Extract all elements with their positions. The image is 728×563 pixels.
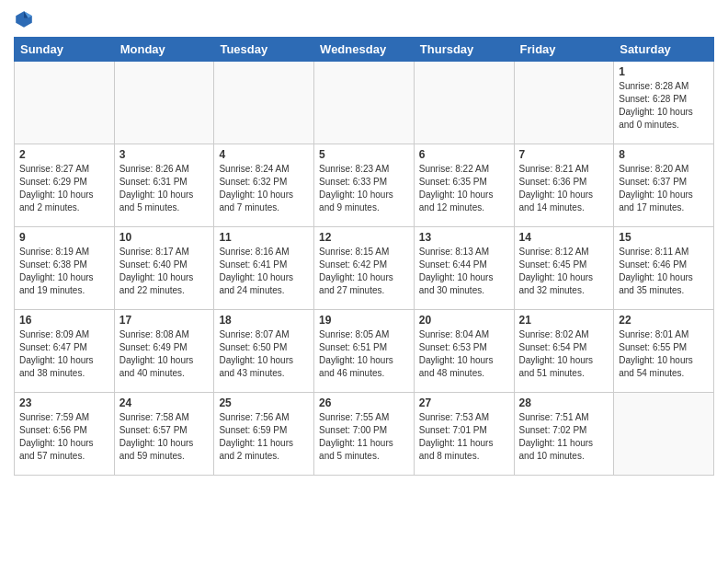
day-info: Sunrise: 8:16 AM Sunset: 6:41 PM Dayligh… (219, 246, 309, 297)
calendar-day-cell: 15Sunrise: 8:11 AM Sunset: 6:46 PM Dayli… (614, 227, 714, 310)
day-number: 20 (419, 314, 509, 327)
day-info: Sunrise: 7:58 AM Sunset: 6:57 PM Dayligh… (119, 411, 210, 463)
day-number: 25 (219, 396, 309, 409)
calendar-day-cell (314, 62, 415, 144)
calendar-day-cell: 1Sunrise: 8:28 AM Sunset: 6:28 PM Daylig… (614, 62, 714, 144)
day-info: Sunrise: 8:05 AM Sunset: 6:51 PM Dayligh… (319, 328, 409, 380)
calendar-table: SundayMondayTuesdayWednesdayThursdayFrid… (14, 37, 714, 476)
day-info: Sunrise: 8:17 AM Sunset: 6:40 PM Dayligh… (119, 246, 210, 297)
day-info: Sunrise: 7:53 AM Sunset: 7:01 PM Dayligh… (419, 411, 509, 463)
calendar-week-row: 9Sunrise: 8:19 AM Sunset: 6:38 PM Daylig… (15, 227, 714, 310)
calendar-day-cell: 18Sunrise: 8:07 AM Sunset: 6:50 PM Dayli… (214, 310, 314, 393)
day-info: Sunrise: 8:26 AM Sunset: 6:31 PM Dayligh… (119, 163, 210, 214)
logo (14, 9, 36, 29)
calendar-day-cell: 26Sunrise: 7:55 AM Sunset: 7:00 PM Dayli… (314, 393, 415, 476)
calendar-day-cell: 8Sunrise: 8:20 AM Sunset: 6:37 PM Daylig… (614, 144, 714, 227)
calendar-weekday-header: Wednesday (314, 38, 415, 62)
calendar-day-cell: 21Sunrise: 8:02 AM Sunset: 6:54 PM Dayli… (514, 310, 614, 393)
day-info: Sunrise: 8:27 AM Sunset: 6:29 PM Dayligh… (19, 163, 109, 214)
day-number: 17 (119, 314, 210, 327)
calendar-day-cell: 27Sunrise: 7:53 AM Sunset: 7:01 PM Dayli… (414, 393, 514, 476)
day-number: 14 (519, 231, 609, 244)
day-number: 9 (19, 231, 109, 244)
calendar-weekday-header: Friday (514, 38, 614, 62)
calendar-week-row: 2Sunrise: 8:27 AM Sunset: 6:29 PM Daylig… (15, 144, 714, 227)
calendar-day-cell: 3Sunrise: 8:26 AM Sunset: 6:31 PM Daylig… (114, 144, 214, 227)
calendar-day-cell: 24Sunrise: 7:58 AM Sunset: 6:57 PM Dayli… (114, 393, 214, 476)
calendar-day-cell: 17Sunrise: 8:08 AM Sunset: 6:49 PM Dayli… (114, 310, 214, 393)
calendar-weekday-header: Monday (114, 38, 214, 62)
day-info: Sunrise: 8:11 AM Sunset: 6:46 PM Dayligh… (619, 246, 709, 297)
calendar-day-cell: 28Sunrise: 7:51 AM Sunset: 7:02 PM Dayli… (514, 393, 614, 476)
page-container: SundayMondayTuesdayWednesdayThursdayFrid… (0, 0, 728, 485)
day-number: 4 (219, 148, 309, 161)
day-info: Sunrise: 8:28 AM Sunset: 6:28 PM Dayligh… (619, 80, 709, 132)
calendar-day-cell (15, 62, 115, 144)
calendar-day-cell: 5Sunrise: 8:23 AM Sunset: 6:33 PM Daylig… (314, 144, 415, 227)
calendar-day-cell: 10Sunrise: 8:17 AM Sunset: 6:40 PM Dayli… (114, 227, 214, 310)
header (14, 9, 714, 29)
day-number: 19 (319, 314, 409, 327)
day-info: Sunrise: 8:07 AM Sunset: 6:50 PM Dayligh… (219, 328, 309, 380)
day-number: 26 (319, 396, 409, 409)
calendar-day-cell: 20Sunrise: 8:04 AM Sunset: 6:53 PM Dayli… (414, 310, 514, 393)
calendar-week-row: 23Sunrise: 7:59 AM Sunset: 6:56 PM Dayli… (15, 393, 714, 476)
day-info: Sunrise: 8:20 AM Sunset: 6:37 PM Dayligh… (619, 163, 709, 214)
calendar-day-cell (614, 393, 714, 476)
day-number: 2 (19, 148, 109, 161)
calendar-day-cell: 23Sunrise: 7:59 AM Sunset: 6:56 PM Dayli… (15, 393, 115, 476)
calendar-day-cell: 13Sunrise: 8:13 AM Sunset: 6:44 PM Dayli… (414, 227, 514, 310)
calendar-day-cell: 6Sunrise: 8:22 AM Sunset: 6:35 PM Daylig… (414, 144, 514, 227)
day-number: 1 (619, 65, 709, 78)
day-number: 23 (19, 396, 109, 409)
day-info: Sunrise: 7:59 AM Sunset: 6:56 PM Dayligh… (19, 411, 109, 463)
day-info: Sunrise: 7:55 AM Sunset: 7:00 PM Dayligh… (319, 411, 409, 463)
calendar-weekday-header: Saturday (614, 38, 714, 62)
day-info: Sunrise: 8:12 AM Sunset: 6:45 PM Dayligh… (519, 246, 609, 297)
day-number: 10 (119, 231, 210, 244)
day-info: Sunrise: 8:22 AM Sunset: 6:35 PM Dayligh… (419, 163, 509, 214)
day-info: Sunrise: 8:04 AM Sunset: 6:53 PM Dayligh… (419, 328, 509, 380)
day-number: 6 (419, 148, 509, 161)
calendar-day-cell: 7Sunrise: 8:21 AM Sunset: 6:36 PM Daylig… (514, 144, 614, 227)
calendar-day-cell: 19Sunrise: 8:05 AM Sunset: 6:51 PM Dayli… (314, 310, 415, 393)
logo-icon (14, 9, 34, 29)
day-number: 22 (619, 314, 709, 327)
day-info: Sunrise: 8:09 AM Sunset: 6:47 PM Dayligh… (19, 328, 109, 380)
calendar-day-cell (114, 62, 214, 144)
calendar-day-cell: 22Sunrise: 8:01 AM Sunset: 6:55 PM Dayli… (614, 310, 714, 393)
day-info: Sunrise: 8:15 AM Sunset: 6:42 PM Dayligh… (319, 246, 409, 297)
day-number: 8 (619, 148, 709, 161)
day-info: Sunrise: 7:51 AM Sunset: 7:02 PM Dayligh… (519, 411, 609, 463)
calendar-day-cell: 16Sunrise: 8:09 AM Sunset: 6:47 PM Dayli… (15, 310, 115, 393)
calendar-week-row: 1Sunrise: 8:28 AM Sunset: 6:28 PM Daylig… (15, 62, 714, 144)
day-number: 13 (419, 231, 509, 244)
day-info: Sunrise: 8:02 AM Sunset: 6:54 PM Dayligh… (519, 328, 609, 380)
calendar-day-cell: 9Sunrise: 8:19 AM Sunset: 6:38 PM Daylig… (15, 227, 115, 310)
day-info: Sunrise: 8:23 AM Sunset: 6:33 PM Dayligh… (319, 163, 409, 214)
day-info: Sunrise: 8:01 AM Sunset: 6:55 PM Dayligh… (619, 328, 709, 380)
day-number: 27 (419, 396, 509, 409)
calendar-weekday-header: Sunday (15, 38, 115, 62)
day-number: 18 (219, 314, 309, 327)
day-number: 5 (319, 148, 409, 161)
calendar-day-cell (214, 62, 314, 144)
calendar-day-cell: 4Sunrise: 8:24 AM Sunset: 6:32 PM Daylig… (214, 144, 314, 227)
day-number: 12 (319, 231, 409, 244)
day-info: Sunrise: 8:21 AM Sunset: 6:36 PM Dayligh… (519, 163, 609, 214)
day-number: 28 (519, 396, 609, 409)
calendar-header-row: SundayMondayTuesdayWednesdayThursdayFrid… (15, 38, 714, 62)
calendar-weekday-header: Tuesday (214, 38, 314, 62)
calendar-weekday-header: Thursday (414, 38, 514, 62)
day-number: 16 (19, 314, 109, 327)
calendar-day-cell: 11Sunrise: 8:16 AM Sunset: 6:41 PM Dayli… (214, 227, 314, 310)
day-info: Sunrise: 8:24 AM Sunset: 6:32 PM Dayligh… (219, 163, 309, 214)
calendar-week-row: 16Sunrise: 8:09 AM Sunset: 6:47 PM Dayli… (15, 310, 714, 393)
calendar-day-cell: 2Sunrise: 8:27 AM Sunset: 6:29 PM Daylig… (15, 144, 115, 227)
day-number: 24 (119, 396, 210, 409)
day-info: Sunrise: 8:19 AM Sunset: 6:38 PM Dayligh… (19, 246, 109, 297)
calendar-day-cell (414, 62, 514, 144)
day-number: 21 (519, 314, 609, 327)
day-number: 7 (519, 148, 609, 161)
day-number: 11 (219, 231, 309, 244)
